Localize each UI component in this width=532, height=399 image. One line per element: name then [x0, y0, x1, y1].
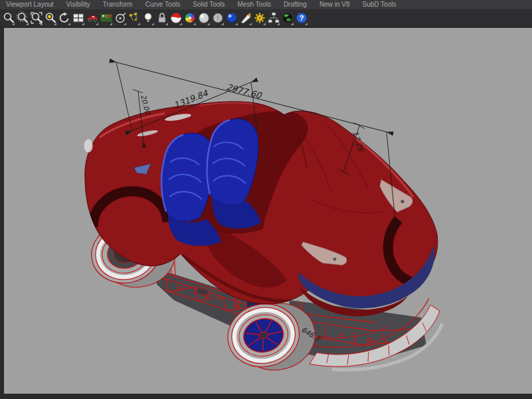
spotlight-icon[interactable] [238, 10, 252, 27]
menu-solid-tools[interactable]: Solid Tools [193, 0, 224, 9]
menu-viewport-layout[interactable]: Viewport Layout [6, 0, 54, 9]
menu-new-in-v8[interactable]: New in V8 [319, 0, 350, 9]
zoom-extents-icon[interactable] [29, 10, 43, 27]
menu-transform[interactable]: Transform [102, 0, 132, 9]
svg-text:?: ? [299, 14, 304, 22]
sun-settings-icon[interactable] [252, 10, 266, 27]
car-model-icon[interactable] [85, 10, 99, 27]
viewport-layout-icon[interactable] [71, 10, 85, 27]
mesh-sphere-icon[interactable] [211, 10, 224, 27]
cad-application-window: Viewport LayoutVisibilityTransformCurve … [0, 0, 532, 399]
headlight-left-bulb [333, 258, 337, 261]
material-shell-icon[interactable] [169, 10, 183, 27]
point-cloud-icon[interactable] [127, 10, 141, 27]
menu-subd-tools[interactable]: SubD Tools [362, 0, 396, 9]
block-hierarchy-icon[interactable] [266, 10, 280, 27]
lock-icon[interactable] [155, 10, 169, 27]
color-wheel-icon[interactable] [183, 10, 197, 27]
menu-visibility[interactable]: Visibility [66, 0, 90, 9]
zoom-selected-icon[interactable] [43, 10, 57, 27]
rotate-view-icon[interactable] [57, 10, 71, 27]
menu-drafting[interactable]: Drafting [284, 0, 307, 9]
dim-rear-gap: 20.00 [139, 94, 152, 116]
headlight-right-bulb [400, 200, 404, 203]
render-sphere-icon[interactable] [197, 10, 211, 27]
help-icon[interactable]: ? [294, 10, 308, 27]
zoom-lens-icon[interactable] [1, 10, 15, 27]
shaded-sphere-icon[interactable] [224, 10, 238, 27]
zoom-dynamic-icon[interactable] [15, 10, 29, 27]
menu-mesh-tools[interactable]: Mesh Tools [237, 0, 270, 9]
named-views-icon[interactable] [99, 10, 113, 27]
toolbar: ? [0, 9, 532, 27]
seats[interactable] [161, 119, 261, 246]
set-cplane-icon[interactable] [113, 10, 127, 27]
menu-curve-tools[interactable]: Curve Tools [145, 0, 181, 9]
viewport[interactable]: 2977.60 1319.84 20.00 17.26 646.3 [4, 28, 532, 394]
tail-cap [84, 139, 93, 153]
menubar: Viewport LayoutVisibilityTransformCurve … [0, 0, 532, 9]
earth-globe-icon[interactable] [280, 10, 294, 27]
viewport-canvas[interactable]: 2977.60 1319.84 20.00 17.26 646.3 [4, 28, 532, 394]
lightbulb-icon[interactable] [141, 10, 155, 27]
